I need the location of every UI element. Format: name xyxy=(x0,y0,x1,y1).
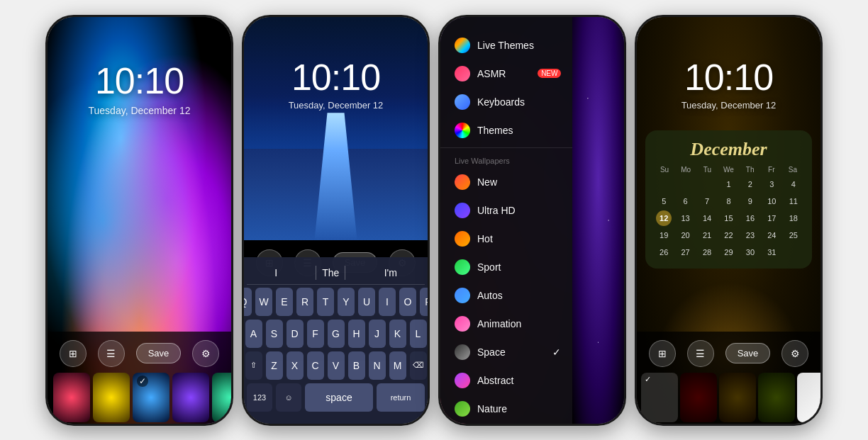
key-q[interactable]: Q xyxy=(244,288,252,316)
key-e[interactable]: E xyxy=(276,288,293,316)
cal-cell-26[interactable]: 26 xyxy=(656,244,672,260)
menu-item-new[interactable]: New xyxy=(440,168,572,196)
cal-cell-19[interactable]: 19 xyxy=(656,227,672,243)
cal-cell-2[interactable]: 2 xyxy=(742,176,758,192)
key-h[interactable]: H xyxy=(348,320,365,348)
key-emoji[interactable]: ☺ xyxy=(276,383,301,412)
key-shift[interactable]: ⇧ xyxy=(245,351,262,380)
cal-cell-29[interactable]: 29 xyxy=(720,244,736,260)
cal-cell-23[interactable]: 23 xyxy=(742,227,758,243)
key-u[interactable]: U xyxy=(358,288,375,316)
key-d[interactable]: D xyxy=(286,320,304,348)
cal-cell-3[interactable]: 3 xyxy=(764,176,779,192)
phone1-thumb-5[interactable] xyxy=(212,373,231,422)
cal-cell-27[interactable]: 27 xyxy=(678,244,694,260)
phone1-thumb-2[interactable] xyxy=(93,373,130,422)
phone2-keyboard[interactable]: I The I'm Q W E R T Y U I O P A xyxy=(244,257,428,424)
key-a[interactable]: A xyxy=(245,320,262,348)
menu-item-hot[interactable]: Hot xyxy=(440,225,572,253)
key-n[interactable]: N xyxy=(369,351,386,380)
key-s[interactable]: S xyxy=(266,320,283,348)
menu-item-themes[interactable]: Themes xyxy=(440,116,572,145)
key-return[interactable]: return xyxy=(377,383,425,412)
new-label: New xyxy=(477,176,497,188)
cal-cell-11[interactable]: 11 xyxy=(786,193,801,209)
phone1-thumb-4[interactable] xyxy=(172,373,209,422)
key-t[interactable]: T xyxy=(317,288,334,316)
menu-item-abstract[interactable]: Abstract xyxy=(440,366,572,395)
cal-cell-18[interactable]: 18 xyxy=(786,210,801,226)
phone4-thumb-1[interactable] xyxy=(641,373,678,422)
cal-cell-31[interactable]: 31 xyxy=(764,244,779,260)
phone4-settings-button[interactable]: ⚙ xyxy=(781,340,808,367)
cal-cell-13[interactable]: 13 xyxy=(678,210,694,226)
key-v[interactable]: V xyxy=(328,351,345,380)
key-j[interactable]: J xyxy=(369,320,386,348)
key-b[interactable]: B xyxy=(348,351,365,380)
phone2-autocomplete-1[interactable]: I xyxy=(269,266,283,280)
menu-item-keyboards[interactable]: Keyboards xyxy=(440,88,572,116)
phone2-autocomplete-2[interactable]: The xyxy=(316,266,345,280)
cal-cell-8[interactable]: 8 xyxy=(720,193,736,209)
key-r[interactable]: R xyxy=(296,288,313,316)
cal-cell-14[interactable]: 14 xyxy=(699,210,715,226)
key-y[interactable]: Y xyxy=(338,288,355,316)
menu-item-animals[interactable]: Animals xyxy=(440,423,572,424)
menu-item-live-themes[interactable]: Live Themes xyxy=(440,31,572,60)
phone1-thumb-1[interactable] xyxy=(53,373,90,422)
phone1-settings-button[interactable]: ⚙ xyxy=(192,340,219,367)
cal-cell-25[interactable]: 25 xyxy=(786,227,801,243)
phone1-save-button[interactable]: Save xyxy=(136,343,182,363)
phone1-list-button[interactable]: ☰ xyxy=(98,340,125,367)
key-backspace[interactable]: ⌫ xyxy=(410,351,427,380)
phone1-thumb-3[interactable] xyxy=(133,373,169,422)
menu-item-ultra-hd[interactable]: Ultra HD xyxy=(440,196,572,225)
menu-item-autos[interactable]: Autos xyxy=(440,281,572,310)
cal-cell-7[interactable]: 7 xyxy=(699,193,715,209)
phone4-save-button[interactable]: Save xyxy=(725,343,771,363)
cal-cell-28[interactable]: 28 xyxy=(699,244,715,260)
key-space[interactable]: space xyxy=(305,383,373,412)
key-g[interactable]: G xyxy=(328,320,345,348)
cal-cell-4[interactable]: 4 xyxy=(786,176,801,192)
key-f[interactable]: F xyxy=(307,320,324,348)
menu-item-asmr[interactable]: ASMR NEW xyxy=(440,60,572,88)
phone1-grid-button[interactable]: ⊞ xyxy=(60,340,87,367)
phone4-thumb-2[interactable] xyxy=(680,373,717,422)
phone4-thumb-5[interactable] xyxy=(797,373,820,422)
cal-cell-30[interactable]: 30 xyxy=(742,244,758,260)
key-i[interactable]: I xyxy=(379,288,396,316)
cal-cell-17[interactable]: 17 xyxy=(764,210,779,226)
cal-cell-5[interactable]: 5 xyxy=(656,193,672,209)
cal-cell-20[interactable]: 20 xyxy=(678,227,694,243)
menu-item-nature[interactable]: Nature xyxy=(440,395,572,423)
phone4-grid-button[interactable]: ⊞ xyxy=(649,340,676,367)
menu-item-animation[interactable]: Animation xyxy=(440,310,572,338)
key-c[interactable]: C xyxy=(307,351,324,380)
menu-item-space[interactable]: Space ✓ xyxy=(440,338,572,366)
phone2-autocomplete-3[interactable]: I'm xyxy=(379,266,403,280)
key-k[interactable]: K xyxy=(389,320,406,348)
cal-cell-24[interactable]: 24 xyxy=(764,227,779,243)
key-l[interactable]: L xyxy=(410,320,427,348)
key-o[interactable]: O xyxy=(399,288,416,316)
key-m[interactable]: M xyxy=(389,351,406,380)
cal-cell-9[interactable]: 9 xyxy=(742,193,758,209)
key-x[interactable]: X xyxy=(286,351,304,380)
cal-cell-16[interactable]: 16 xyxy=(742,210,758,226)
key-z[interactable]: Z xyxy=(266,351,283,380)
cal-cell-1[interactable]: 1 xyxy=(720,176,736,192)
key-p[interactable]: P xyxy=(420,288,428,316)
key-w[interactable]: W xyxy=(255,288,272,316)
phone4-thumb-3[interactable] xyxy=(719,373,756,422)
cal-cell-21[interactable]: 21 xyxy=(699,227,715,243)
menu-item-sport[interactable]: Sport xyxy=(440,253,572,281)
key-123[interactable]: 123 xyxy=(247,383,272,412)
cal-cell-6[interactable]: 6 xyxy=(678,193,694,209)
cal-cell-10[interactable]: 10 xyxy=(764,193,779,209)
phone4-list-button[interactable]: ☰ xyxy=(687,340,714,367)
cal-cell-15[interactable]: 15 xyxy=(720,210,736,226)
cal-cell-22[interactable]: 22 xyxy=(720,227,736,243)
phone4-thumb-4[interactable] xyxy=(758,373,795,422)
cal-cell-12[interactable]: 12 xyxy=(656,210,672,226)
